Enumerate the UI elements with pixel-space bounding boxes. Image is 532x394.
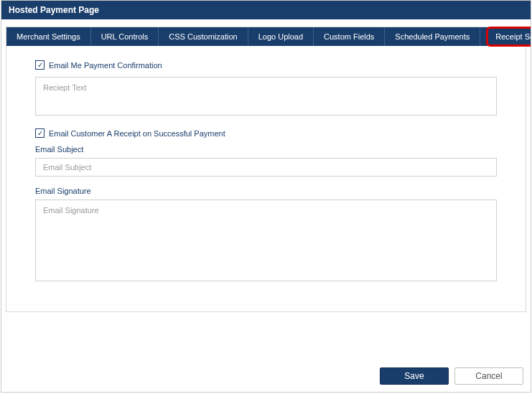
email-customer-row: ✓ Email Customer A Receipt on Successful… (35, 128, 497, 138)
email-customer-label: Email Customer A Receipt on Successful P… (49, 129, 225, 138)
tab-merchant-settings[interactable]: Merchant Settings (6, 27, 91, 46)
email-customer-checkbox[interactable]: ✓ (35, 128, 45, 138)
email-signature-input[interactable] (35, 200, 497, 281)
tab-css-customization[interactable]: CSS Customization (159, 27, 248, 46)
email-subject-label: Email Subject (35, 145, 497, 154)
tab-logo-upload[interactable]: Logo Upload (248, 27, 314, 46)
tab-custom-fields[interactable]: Custom Fields (314, 27, 385, 46)
tab-content: ✓ Email Me Payment Confirmation ✓ Email … (6, 46, 526, 290)
dialog-body: Merchant Settings URL Controls CSS Custo… (1, 19, 531, 312)
receipt-text-input[interactable] (35, 77, 497, 116)
cancel-button[interactable]: Cancel (454, 367, 523, 385)
save-button[interactable]: Save (380, 367, 449, 385)
tab-url-controls[interactable]: URL Controls (91, 27, 159, 46)
dialog-header: Hosted Payment Page (1, 1, 531, 19)
tab-bar: Merchant Settings URL Controls CSS Custo… (6, 27, 526, 46)
email-subject-input[interactable] (35, 158, 497, 177)
email-me-row: ✓ Email Me Payment Confirmation (35, 60, 497, 70)
email-me-checkbox[interactable]: ✓ (35, 60, 45, 70)
tab-scheduled-payments[interactable]: Scheduled Payments (385, 27, 480, 46)
dialog-footer: Save Cancel (380, 367, 523, 385)
email-signature-label: Email Signature (35, 187, 497, 195)
dialog-container: Hosted Payment Page Merchant Settings UR… (1, 0, 531, 393)
email-me-label: Email Me Payment Confirmation (49, 61, 162, 70)
dialog-title: Hosted Payment Page (9, 5, 99, 15)
settings-panel: Merchant Settings URL Controls CSS Custo… (6, 27, 526, 312)
tab-receipt-settings[interactable]: Receipt Settings (486, 27, 531, 47)
